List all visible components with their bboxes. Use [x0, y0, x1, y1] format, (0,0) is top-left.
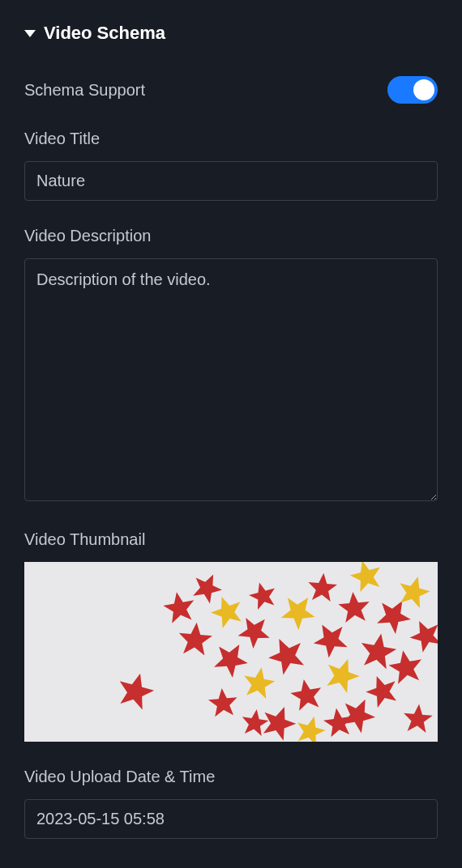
upload-date-input[interactable]: [24, 799, 438, 839]
video-thumbnail-image[interactable]: [24, 562, 438, 742]
video-description-group: Video Description: [24, 227, 438, 504]
video-description-input[interactable]: [24, 258, 438, 501]
video-title-group: Video Title: [24, 130, 438, 201]
section-title: Video Schema: [44, 23, 165, 44]
video-description-label: Video Description: [24, 227, 438, 245]
schema-support-toggle[interactable]: [387, 76, 438, 104]
video-thumbnail-group: Video Thumbnail: [24, 530, 438, 742]
stars-decoration: [24, 562, 438, 742]
chevron-down-icon: [24, 30, 36, 37]
video-title-label: Video Title: [24, 130, 438, 148]
schema-support-row: Schema Support: [24, 76, 438, 104]
section-header[interactable]: Video Schema: [24, 23, 438, 44]
upload-date-group: Video Upload Date & Time: [24, 768, 438, 839]
schema-support-label: Schema Support: [24, 81, 145, 100]
video-title-input[interactable]: [24, 161, 438, 201]
upload-date-label: Video Upload Date & Time: [24, 768, 438, 786]
video-thumbnail-label: Video Thumbnail: [24, 530, 438, 549]
toggle-knob: [413, 79, 434, 100]
